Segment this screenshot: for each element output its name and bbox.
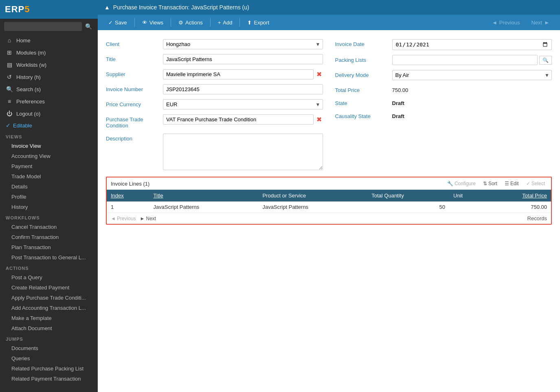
actions-label: Actions [185, 20, 203, 26]
lines-next-button[interactable]: ► Next [140, 216, 156, 221]
configure-icon: 🔧 [447, 181, 453, 186]
sidebar-item-trade-model[interactable]: Trade Model [0, 171, 98, 182]
topbar: ▲ Purchase Invoice Transaction: JavaScri… [98, 0, 560, 15]
sidebar-item-post-query[interactable]: Post a Query [0, 272, 98, 283]
sidebar-item-make-template[interactable]: Make a Template [0, 313, 98, 323]
edit-icon: ☰ [505, 181, 509, 186]
invoice-date-row: Invoice Date [335, 37, 552, 53]
sidebar-item-queries[interactable]: Queries [0, 353, 98, 364]
export-button[interactable]: ⬆ Export [242, 16, 275, 29]
sort-button[interactable]: ⇅ Sort [481, 180, 499, 187]
views-button[interactable]: 👁 Views [136, 16, 169, 29]
currency-select[interactable]: EUR [163, 99, 323, 109]
sidebar-item-worklists[interactable]: ▤ Worklists (w) [0, 59, 98, 71]
sidebar-item-apply-trade[interactable]: Apply Purchase Trade Conditi... [0, 293, 98, 303]
index-sort-link[interactable]: Index [111, 193, 124, 199]
sidebar-item-accounting-view[interactable]: Accounting View [0, 151, 98, 161]
sidebar-item-attach-document[interactable]: Attach Document [0, 323, 98, 333]
cell-qty: 50 [367, 201, 449, 213]
sidebar-item-invoice-view[interactable]: Invoice View [0, 141, 98, 151]
search-input[interactable] [4, 22, 82, 31]
purchase-trade-input[interactable] [163, 114, 314, 125]
sidebar-item-payment[interactable]: Payment [0, 161, 98, 171]
sidebar-item-related-payment[interactable]: Related Payment Transaction [0, 374, 98, 384]
delivery-mode-select[interactable]: By Air [392, 70, 552, 80]
title-input[interactable] [163, 54, 323, 64]
supplier-row: Supplier ✖ [106, 67, 323, 82]
sidebar-item-preferences[interactable]: ≡ Preferences [0, 95, 98, 107]
col-title: Title [149, 190, 259, 201]
supplier-clear-button[interactable]: ✖ [315, 70, 323, 78]
main-content: ▲ Purchase Invoice Transaction: JavaScri… [98, 0, 560, 392]
sidebar-item-logout[interactable]: ⏻ Logout (o) [0, 107, 98, 120]
invoice-date-input[interactable] [392, 39, 552, 50]
title-control [163, 54, 323, 64]
save-button[interactable]: ✓ Save [103, 16, 133, 29]
sidebar-item-preferences-label: Preferences [16, 99, 45, 105]
add-button[interactable]: + Add [212, 16, 238, 29]
sidebar-item-add-accounting[interactable]: Add Accounting Transaction L... [0, 303, 98, 313]
state-row: State Draft [335, 96, 552, 109]
sidebar-item-details[interactable]: Details [0, 182, 98, 192]
sidebar-item-related-packing[interactable]: Related Purchase Packing List [0, 364, 98, 374]
invoice-table: Index Title Product or Service Total Qua… [107, 190, 551, 213]
purchase-trade-row: Purchase Trade Condition ✖ [106, 112, 323, 131]
packing-lists-control: 🔍 [392, 55, 552, 65]
sidebar-item-history[interactable]: ↺ History (h) [0, 71, 98, 83]
add-label: Add [223, 20, 232, 26]
table-row[interactable]: 1 JavaScript Patterns JavaScript Pattern… [107, 201, 551, 213]
invoice-lines-actions: 🔧 Configure ⇅ Sort ☰ Edit ✓ Select [445, 180, 547, 187]
save-label: Save [115, 20, 127, 26]
sidebar-item-documents[interactable]: Documents [0, 343, 98, 353]
client-select[interactable]: Hongzhao [163, 39, 323, 49]
select-button[interactable]: ✓ Select [524, 180, 547, 187]
lines-next-label: Next [146, 216, 156, 221]
packing-lists-input[interactable] [392, 55, 538, 65]
sidebar-item-create-payment[interactable]: Create Related Payment [0, 283, 98, 293]
sidebar-item-editable[interactable]: ✓ Editable [0, 120, 98, 131]
invoice-number-input[interactable] [163, 84, 323, 94]
search-submit-button[interactable]: 🔍 [83, 22, 94, 31]
actions-button[interactable]: ⚙ Actions [173, 16, 209, 29]
packing-lists-search-button[interactable]: 🔍 [539, 56, 552, 65]
cell-title: JavaScript Patterns [149, 201, 259, 213]
form-area: Client Hongzhao ▼ Title [98, 30, 560, 392]
sidebar-item-profile[interactable]: Profile [0, 192, 98, 202]
description-textarea[interactable] [163, 134, 323, 170]
edit-button[interactable]: ☰ Edit [503, 180, 521, 187]
next-button[interactable]: Next ► [525, 16, 555, 29]
sidebar-item-confirm-transaction[interactable]: Confirm Transaction [0, 232, 98, 242]
invoice-lines-header: Invoice Lines (1) 🔧 Configure ⇅ Sort ☰ E… [107, 177, 551, 190]
purchase-trade-clear-button[interactable]: ✖ [315, 116, 323, 123]
client-row: Client Hongzhao ▼ [106, 37, 323, 52]
sidebar-item-plan-transaction[interactable]: Plan Transaction [0, 242, 98, 252]
title-sort-link[interactable]: Title [154, 193, 163, 199]
sidebar-item-home-label: Home [16, 37, 31, 44]
configure-button[interactable]: 🔧 Configure [445, 180, 478, 187]
sidebar-item-history-link[interactable]: History [0, 202, 98, 212]
sort-label: Sort [488, 181, 497, 186]
lines-previous-button[interactable]: ◄ Previous [111, 216, 136, 221]
price-currency-row: Price Currency EUR ▼ [106, 97, 323, 112]
packing-lists-label: Packing Lists [335, 55, 388, 63]
cell-unit [449, 201, 485, 213]
export-label: Export [254, 20, 269, 26]
sidebar-item-home[interactable]: ⌂ Home [0, 34, 98, 46]
title-label: Title [106, 54, 159, 62]
preferences-icon: ≡ [6, 98, 13, 105]
delivery-mode-label: Delivery Mode [335, 70, 388, 78]
previous-button[interactable]: ◄ Previous [486, 16, 525, 29]
supplier-input[interactable] [163, 69, 314, 79]
delivery-mode-row: Delivery Mode By Air ▼ [335, 68, 552, 83]
modules-icon: ⊞ [6, 49, 13, 56]
sidebar-item-modules[interactable]: ⊞ Modules (m) [0, 46, 98, 59]
sidebar-item-search[interactable]: 🔍 Search (s) [0, 83, 98, 95]
sidebar-item-post-transaction[interactable]: Post Transaction to General L... [0, 252, 98, 263]
section-label-workflows: WORKFLOWS [0, 212, 98, 222]
search-icon: 🔍 [6, 86, 13, 92]
toolbar-separator-2 [171, 18, 171, 27]
total-price-sort-link[interactable]: Total Price [522, 193, 547, 199]
form-right-column: Invoice Date Packing Lists 🔍 Delivery Mo… [335, 37, 552, 173]
state-label: State [335, 98, 388, 106]
sidebar-item-cancel-transaction[interactable]: Cancel Transaction [0, 222, 98, 232]
